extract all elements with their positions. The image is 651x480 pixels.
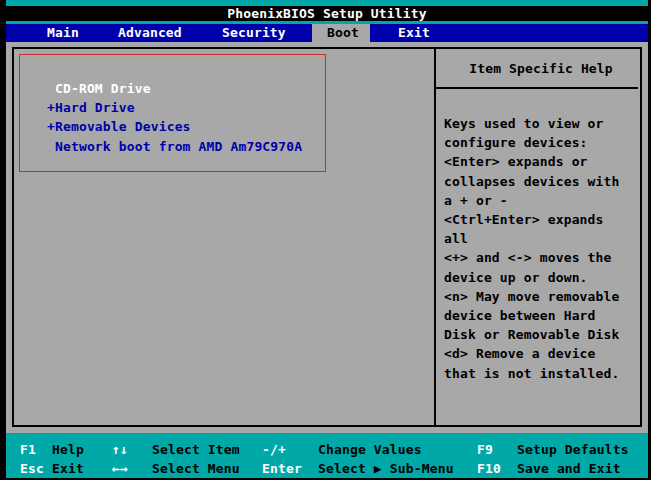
help-panel-body: Keys used to view or configure devices: …: [444, 114, 640, 383]
key-help-row-2: Esc Exit ←→ Select Menu Enter Select ▶ S…: [6, 459, 648, 478]
boot-order-list: CD-ROM Drive +Hard Drive +Removable Devi…: [47, 79, 302, 156]
boot-item-cdrom[interactable]: CD-ROM Drive: [47, 79, 302, 98]
key-minusplus-label: Change Values: [318, 440, 422, 459]
key-help-bar: F1 Help ↑↓ Select Item -/+ Change Values…: [6, 433, 648, 478]
key-updown-icon: ↑↓: [112, 440, 128, 459]
key-help-row-1: F1 Help ↑↓ Select Item -/+ Change Values…: [6, 440, 648, 459]
panel-divider: [434, 47, 436, 427]
boot-item-removable[interactable]: +Removable Devices: [47, 117, 302, 136]
menu-tab-main[interactable]: Main: [47, 24, 79, 42]
key-leftright-icon: ←→: [112, 459, 128, 478]
key-leftright-label: Select Menu: [152, 459, 240, 478]
key-f9: F9: [477, 440, 493, 459]
key-minusplus: -/+: [262, 440, 286, 459]
key-f9-label: Setup Defaults: [517, 440, 629, 459]
key-updown-label: Select Item: [152, 440, 240, 459]
key-f10-label: Save and Exit: [517, 459, 621, 478]
menu-tab-advanced[interactable]: Advanced: [118, 24, 182, 42]
menu-tab-security[interactable]: Security: [222, 24, 286, 42]
key-f1-label: Help: [52, 440, 84, 459]
title-bar: PhoenixBIOS Setup Utility: [6, 6, 648, 21]
menu-tab-boot[interactable]: Boot: [327, 24, 359, 42]
key-f1: F1: [20, 440, 36, 459]
main-panel: CD-ROM Drive +Hard Drive +Removable Devi…: [6, 42, 648, 433]
help-title-divider: [436, 87, 638, 89]
menu-bar: Main Advanced Security Boot Exit: [6, 24, 648, 42]
key-esc-label: Exit: [52, 459, 84, 478]
boot-item-network[interactable]: Network boot from AMD Am79C970A: [47, 137, 302, 156]
boot-item-harddrive[interactable]: +Hard Drive: [47, 98, 302, 117]
key-f10: F10: [477, 459, 501, 478]
help-panel-title: Item Specific Help: [436, 59, 646, 79]
key-enter-label: Select ▶ Sub-Menu: [318, 459, 454, 478]
menu-tab-exit[interactable]: Exit: [398, 24, 430, 42]
page-title: PhoenixBIOS Setup Utility: [227, 6, 426, 21]
bios-setup-screen: PhoenixBIOS Setup Utility Main Advanced …: [0, 0, 651, 480]
key-esc: Esc: [20, 459, 44, 478]
key-enter: Enter: [262, 459, 302, 478]
